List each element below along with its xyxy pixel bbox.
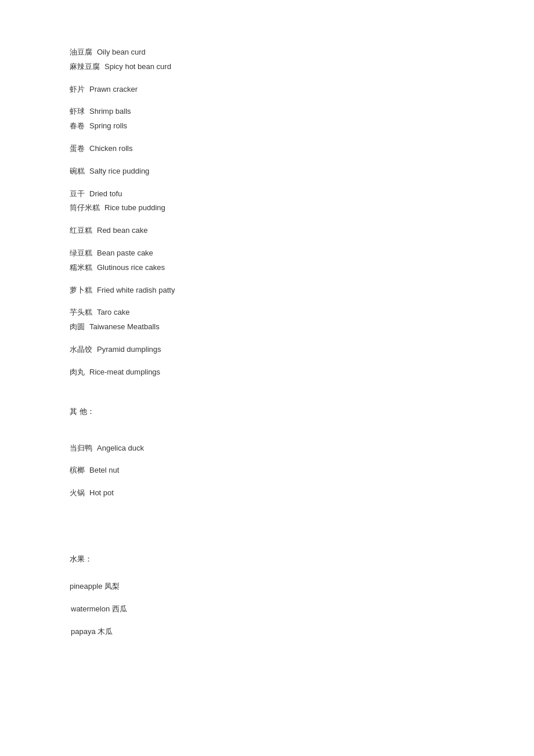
food-chinese: 春卷	[70, 120, 85, 132]
food-chinese: 红豆糕	[70, 225, 92, 237]
fruits-section: 水果： pineapple 凤梨watermelon 西瓜papaya 木瓜	[70, 554, 464, 638]
food-english: Taiwanese Meatballs	[89, 321, 160, 333]
food-english: Betel nut	[89, 465, 119, 477]
food-item: 豆干Dried tofu	[70, 188, 464, 200]
food-item: 麻辣豆腐Spicy hot bean curd	[70, 61, 464, 73]
food-item: 碗糕Salty rice pudding	[70, 165, 464, 178]
food-chinese: 绿豆糕	[70, 247, 92, 260]
fruit-item: watermelon 西瓜	[70, 603, 464, 615]
food-chinese: 豆干	[70, 188, 85, 200]
food-item: 萝卜糕Fried white radish patty	[70, 285, 464, 297]
food-english: Spring rolls	[89, 120, 127, 132]
food-english: Rice tube pudding	[104, 202, 165, 214]
food-item: 水晶饺Pyramid dumplings	[70, 344, 464, 356]
food-english: Shrimp balls	[89, 106, 131, 118]
food-chinese: 火锅	[70, 487, 85, 499]
others-header: 其 他：	[70, 406, 464, 417]
food-chinese: 筒仔米糕	[70, 202, 100, 214]
fruit-item: papaya 木瓜	[70, 626, 464, 638]
fruit-item: pineapple 凤梨	[70, 581, 464, 593]
food-item: 糯米糕Glutinous rice cakes	[70, 262, 464, 274]
food-english: Bean paste cake	[97, 247, 153, 260]
fruit-english: watermelon	[70, 603, 110, 615]
food-chinese: 肉丸	[70, 366, 85, 379]
food-chinese: 芋头糕	[70, 307, 92, 319]
fruit-english: papaya	[70, 626, 96, 638]
food-english: Chicken rolls	[89, 143, 132, 155]
food-list: 油豆腐Oily bean curd麻辣豆腐Spicy hot bean curd…	[70, 46, 464, 379]
food-item: 肉丸Rice-meat dumplings	[70, 366, 464, 379]
food-chinese: 当归鸭	[70, 442, 92, 455]
food-chinese: 槟榔	[70, 465, 85, 477]
food-english: Hot pot	[89, 487, 114, 499]
other-food-item: 当归鸭Angelica duck	[70, 442, 464, 455]
food-english: Pyramid dumplings	[97, 344, 161, 356]
food-english: Red bean cake	[97, 225, 147, 237]
food-english: Fried white radish patty	[97, 285, 175, 297]
food-english: Prawn cracker	[89, 84, 138, 96]
food-item: 肉圆Taiwanese Meatballs	[70, 321, 464, 333]
food-english: Glutinous rice cakes	[97, 262, 165, 274]
food-chinese: 虾球	[70, 106, 85, 118]
food-item: 红豆糕Red bean cake	[70, 225, 464, 237]
food-english: Dried tofu	[89, 188, 122, 200]
other-food-item: 槟榔Betel nut	[70, 465, 464, 477]
fruit-chinese: 西瓜	[112, 603, 127, 615]
other-food-item: 火锅Hot pot	[70, 487, 464, 499]
food-english: Spicy hot bean curd	[104, 61, 171, 73]
food-item: 虾片Prawn cracker	[70, 84, 464, 96]
food-chinese: 碗糕	[70, 165, 85, 178]
food-item: 春卷Spring rolls	[70, 120, 464, 132]
main-content: 油豆腐Oily bean curd麻辣豆腐Spicy hot bean curd…	[70, 46, 464, 638]
food-english: Taro cake	[97, 307, 129, 319]
food-item: 蛋卷Chicken rolls	[70, 143, 464, 155]
fruit-chinese: 木瓜	[98, 626, 113, 638]
food-item: 芋头糕Taro cake	[70, 307, 464, 319]
food-item: 油豆腐Oily bean curd	[70, 46, 464, 59]
food-item: 虾球Shrimp balls	[70, 106, 464, 118]
food-chinese: 水晶饺	[70, 344, 92, 356]
food-chinese: 糯米糕	[70, 262, 92, 274]
food-chinese: 萝卜糕	[70, 285, 92, 297]
food-chinese: 虾片	[70, 84, 85, 96]
food-chinese: 肉圆	[70, 321, 85, 333]
food-chinese: 蛋卷	[70, 143, 85, 155]
food-chinese: 麻辣豆腐	[70, 61, 100, 73]
food-english: Angelica duck	[97, 442, 144, 455]
food-chinese: 油豆腐	[70, 46, 92, 59]
food-english: Rice-meat dumplings	[89, 366, 160, 379]
food-item: 绿豆糕Bean paste cake	[70, 247, 464, 260]
food-english: Oily bean curd	[97, 46, 146, 59]
food-item: 筒仔米糕Rice tube pudding	[70, 202, 464, 214]
food-english: Salty rice pudding	[89, 165, 149, 178]
fruits-header: 水果：	[70, 554, 464, 564]
fruit-chinese: 凤梨	[104, 581, 120, 593]
others-section: 其 他： 当归鸭Angelica duck槟榔Betel nut火锅Hot po…	[70, 406, 464, 499]
fruit-english: pineapple	[70, 581, 102, 593]
